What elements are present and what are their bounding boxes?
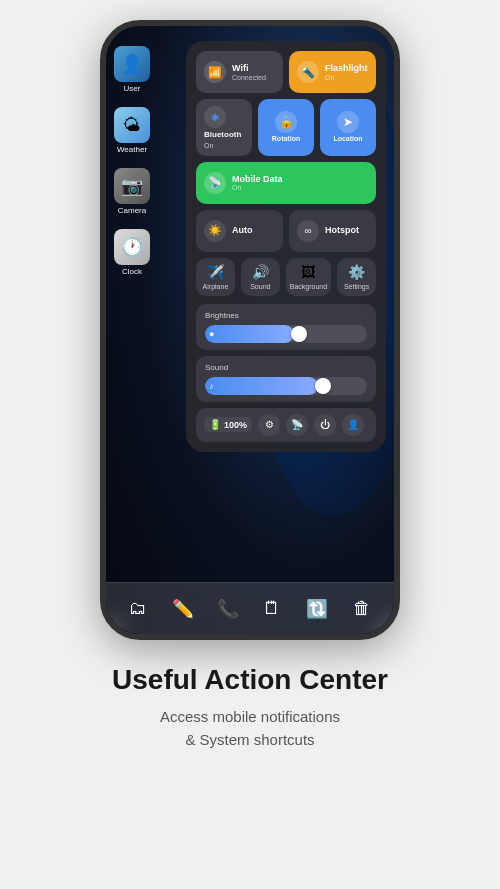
flashlight-label: Flashlight xyxy=(325,63,368,74)
airplane-icon: ✈️ xyxy=(207,264,224,280)
sound-fill xyxy=(205,377,318,395)
background-button[interactable]: 🖼 Background xyxy=(286,258,331,296)
location-button[interactable]: ➤ Location xyxy=(320,99,376,156)
cc-icon-row: ✈️ Airplane 🔊 Sound 🖼 Background ⚙️ Sett… xyxy=(196,258,376,296)
app-icon-list: 👤 User 🌤 Weather 📷 Camera 🕐 Clock xyxy=(114,46,150,276)
sound-label: Sound xyxy=(250,283,270,290)
airplane-button[interactable]: ✈️ Airplane xyxy=(196,258,235,296)
flashlight-text: Flashlight On xyxy=(325,63,368,81)
clock-label: Clock xyxy=(122,267,142,276)
wifi-text: Wifi Connected xyxy=(232,63,266,81)
hotspot-text: Hotspot xyxy=(325,225,359,236)
mobile-data-row: 📡 Mobile Data On xyxy=(196,162,376,204)
user-label: User xyxy=(124,84,141,93)
cc-row3: ☀️ Auto ∞ Hotspot xyxy=(196,210,376,252)
camera-icon: 📷 xyxy=(114,168,150,204)
airplane-label: Airplane xyxy=(203,283,229,290)
hotspot-button[interactable]: ∞ Hotspot xyxy=(289,210,376,252)
auto-icon: ☀️ xyxy=(204,220,226,242)
dock-edit-icon[interactable]: ✏️ xyxy=(167,593,199,625)
hotspot-icon: ∞ xyxy=(297,220,319,242)
sound-track[interactable]: ♪ xyxy=(205,377,367,395)
dock-phone-icon[interactable]: 📞 xyxy=(212,593,244,625)
rotation-label: Rotation xyxy=(272,135,300,143)
bluetooth-label: Bluetooth xyxy=(204,130,241,140)
wifi-sub: Connected xyxy=(232,74,266,81)
page-title: Useful Action Center xyxy=(112,664,388,696)
sound-slider-label: Sound xyxy=(205,363,367,372)
sound-button[interactable]: 🔊 Sound xyxy=(241,258,280,296)
location-icon: ➤ xyxy=(337,111,359,133)
location-label: Location xyxy=(333,135,362,143)
battery-indicator: 🔋 100% xyxy=(204,417,252,432)
battery-icon: 🔋 xyxy=(209,419,221,430)
brightness-track[interactable]: ● xyxy=(205,325,367,343)
page-subtitle: Access mobile notifications& System shor… xyxy=(112,706,388,751)
mobile-data-button[interactable]: 📡 Mobile Data On xyxy=(196,162,376,204)
background-icon: 🖼 xyxy=(301,264,315,280)
cc-row1: 📶 Wifi Connected 🔦 Flashlight On xyxy=(196,51,376,93)
status-power-button[interactable]: ⏻ xyxy=(314,414,336,436)
brightness-icon: ● xyxy=(209,329,214,339)
phone-dock: 🗂 ✏️ 📞 🗒 🔃 🗑 xyxy=(106,582,394,634)
flashlight-button[interactable]: 🔦 Flashlight On xyxy=(289,51,376,93)
mobile-label: Mobile Data xyxy=(232,174,283,185)
mobile-text: Mobile Data On xyxy=(232,174,283,192)
status-bar: 🔋 100% ⚙ 📡 ⏻ 👤 xyxy=(196,408,376,442)
auto-label: Auto xyxy=(232,225,253,236)
brightness-fill xyxy=(205,325,294,343)
bluetooth-button[interactable]: ✱ Bluetooth On xyxy=(196,99,252,156)
control-center-panel: 📶 Wifi Connected 🔦 Flashlight On xyxy=(186,41,386,452)
dock-trash-icon[interactable]: 🗑 xyxy=(346,593,378,625)
sound-thumb[interactable] xyxy=(315,378,331,394)
settings-label: Settings xyxy=(344,283,369,290)
wifi-button[interactable]: 📶 Wifi Connected xyxy=(196,51,283,93)
rotation-icon: 🔒 xyxy=(275,111,297,133)
bottom-section: Useful Action Center Access mobile notif… xyxy=(82,664,418,781)
status-mobile-button[interactable]: 📡 xyxy=(286,414,308,436)
brightness-thumb[interactable] xyxy=(291,326,307,342)
app-icon-user[interactable]: 👤 User xyxy=(114,46,150,93)
dock-notes-icon[interactable]: 🗒 xyxy=(256,593,288,625)
bluetooth-sub: On xyxy=(204,142,213,149)
flashlight-sub: On xyxy=(325,74,368,81)
app-icon-weather[interactable]: 🌤 Weather xyxy=(114,107,150,154)
cc-row2: ✱ Bluetooth On 🔒 Rotation ➤ Location xyxy=(196,99,376,156)
dock-finder-icon[interactable]: 🗂 xyxy=(122,593,154,625)
mobile-icon: 📡 xyxy=(204,172,226,194)
phone-frame: 👤 User 🌤 Weather 📷 Camera 🕐 Clock 📶 xyxy=(100,20,400,640)
settings-button[interactable]: ⚙️ Settings xyxy=(337,258,376,296)
sound-icon: 🔊 xyxy=(252,264,269,280)
mobile-sub: On xyxy=(232,184,283,191)
app-icon-camera[interactable]: 📷 Camera xyxy=(114,168,150,215)
phone-screen: 👤 User 🌤 Weather 📷 Camera 🕐 Clock 📶 xyxy=(106,26,394,634)
bluetooth-icon: ✱ xyxy=(204,106,226,128)
rotation-button[interactable]: 🔒 Rotation xyxy=(258,99,314,156)
brightness-label: Brightnes xyxy=(205,311,367,320)
dock-sync-icon[interactable]: 🔃 xyxy=(301,593,333,625)
status-settings-button[interactable]: ⚙ xyxy=(258,414,280,436)
user-icon: 👤 xyxy=(114,46,150,82)
camera-label: Camera xyxy=(118,206,146,215)
wifi-label: Wifi xyxy=(232,63,266,74)
hotspot-label: Hotspot xyxy=(325,225,359,236)
brightness-row: Brightnes ● xyxy=(196,304,376,350)
wifi-icon: 📶 xyxy=(204,61,226,83)
app-icon-clock[interactable]: 🕐 Clock xyxy=(114,229,150,276)
status-user-button[interactable]: 👤 xyxy=(342,414,364,436)
sound-slider-icon: ♪ xyxy=(209,381,214,391)
battery-percent: 100% xyxy=(224,420,247,430)
clock-icon: 🕐 xyxy=(114,229,150,265)
background-label: Background xyxy=(290,283,327,290)
sound-slider-row: Sound ♪ xyxy=(196,356,376,402)
auto-button[interactable]: ☀️ Auto xyxy=(196,210,283,252)
settings-icon: ⚙️ xyxy=(348,264,365,280)
weather-label: Weather xyxy=(117,145,147,154)
weather-icon: 🌤 xyxy=(114,107,150,143)
flashlight-icon: 🔦 xyxy=(297,61,319,83)
auto-text: Auto xyxy=(232,225,253,236)
